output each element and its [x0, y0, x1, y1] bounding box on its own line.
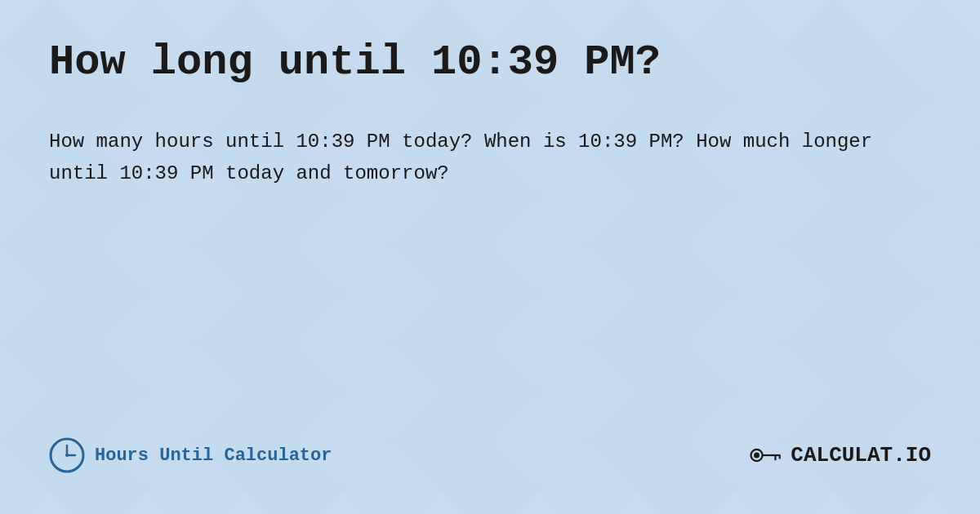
svg-point-111 — [754, 452, 760, 458]
clock-icon — [49, 437, 85, 473]
page-description: How many hours until 10:39 PM today? Whe… — [49, 126, 906, 189]
calculat-io-label: CALCULAT.IO — [791, 443, 931, 467]
svg-point-109 — [65, 454, 69, 457]
calculat-io-logo-icon — [748, 441, 784, 470]
hours-until-calculator-label: Hours Until Calculator — [95, 445, 332, 466]
branding-right: CALCULAT.IO — [748, 441, 931, 470]
branding-left: Hours Until Calculator — [49, 437, 332, 473]
page-title: How long until 10:39 PM? — [49, 39, 931, 86]
footer: Hours Until Calculator CALCULAT.IO — [49, 437, 931, 481]
